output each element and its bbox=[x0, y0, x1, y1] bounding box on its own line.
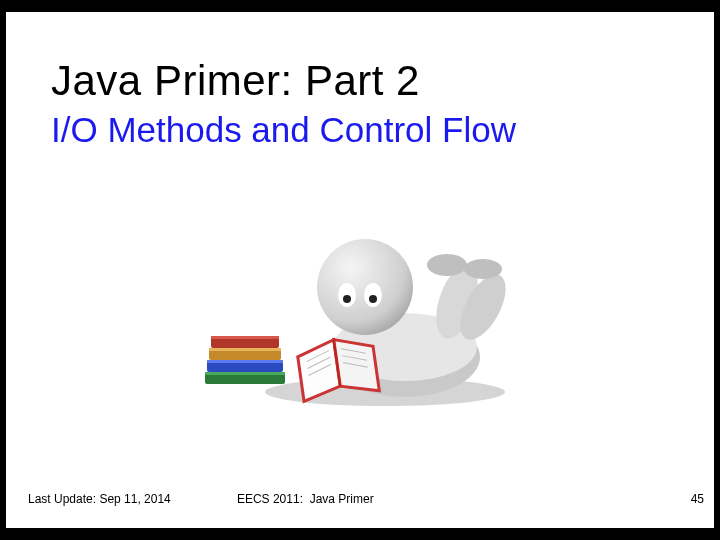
slide-subtitle: I/O Methods and Control Flow bbox=[51, 110, 516, 150]
footer-last-update: Last Update: Sep 11, 2014 bbox=[28, 492, 171, 506]
svg-rect-4 bbox=[207, 360, 283, 363]
reading-character-illustration bbox=[195, 197, 525, 417]
page-number: 45 bbox=[691, 492, 704, 506]
svg-point-13 bbox=[427, 254, 467, 276]
svg-rect-2 bbox=[205, 372, 285, 375]
slide: Java Primer: Part 2 I/O Methods and Cont… bbox=[6, 12, 714, 528]
svg-point-21 bbox=[369, 295, 377, 303]
slide-title: Java Primer: Part 2 bbox=[51, 57, 420, 105]
svg-rect-8 bbox=[211, 336, 279, 339]
svg-rect-6 bbox=[209, 348, 281, 351]
svg-point-14 bbox=[464, 259, 502, 279]
footer-course: EECS 2011: Java Primer bbox=[237, 492, 374, 506]
svg-point-20 bbox=[343, 295, 351, 303]
svg-point-17 bbox=[317, 239, 413, 335]
